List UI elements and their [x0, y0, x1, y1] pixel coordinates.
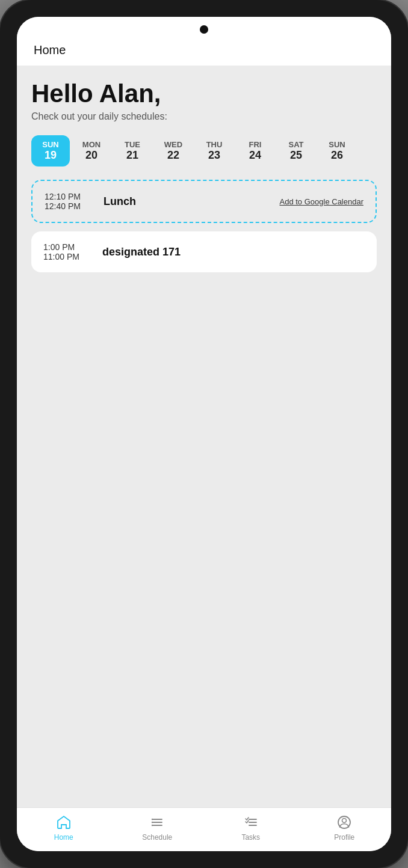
- phone-frame: Home Hello Alan, Check out your daily sc…: [0, 0, 408, 868]
- schedule-card-designated: 1:00 PM11:00 PMdesignated 171: [31, 231, 377, 272]
- day-item-thu-23[interactable]: THU23: [195, 135, 233, 167]
- content-area: Home Hello Alan, Check out your daily sc…: [17, 38, 391, 807]
- day-item-wed-22[interactable]: WED22: [154, 135, 193, 167]
- time-end: 12:40 PM: [45, 201, 93, 211]
- day-name: TUE: [125, 140, 140, 149]
- svg-point-10: [342, 819, 347, 823]
- day-item-sun-19[interactable]: SUN19: [31, 135, 70, 167]
- header: Home: [17, 38, 391, 66]
- day-number: 19: [45, 149, 57, 162]
- nav-item-profile[interactable]: Profile: [298, 814, 392, 842]
- time-end: 11:00 PM: [43, 252, 91, 261]
- schedule-card-lunch: 12:10 PM12:40 PMLunchAdd to Google Calen…: [31, 180, 377, 223]
- time-start: 1:00 PM: [43, 242, 91, 252]
- event-name: Lunch: [104, 195, 269, 208]
- day-number: 24: [249, 149, 261, 162]
- time-block: 12:10 PM12:40 PM: [45, 192, 93, 211]
- schedule-icon: [149, 814, 165, 831]
- main-content: Hello Alan, Check out your daily schedul…: [17, 66, 391, 807]
- camera-dot: [200, 25, 208, 34]
- event-name: designated 171: [102, 246, 365, 258]
- nav-item-schedule[interactable]: Schedule: [111, 814, 205, 842]
- day-name: MON: [82, 140, 100, 149]
- phone-screen: Home Hello Alan, Check out your daily sc…: [17, 17, 391, 851]
- day-number: 26: [331, 149, 343, 162]
- day-number: 25: [290, 149, 302, 162]
- day-item-fri-24[interactable]: FRI24: [236, 135, 274, 167]
- home-icon: [55, 814, 72, 831]
- day-item-tue-21[interactable]: TUE21: [113, 135, 152, 167]
- day-number: 23: [208, 149, 220, 162]
- add-to-google-calendar-link[interactable]: Add to Google Calendar: [280, 197, 363, 206]
- svg-point-5: [152, 825, 153, 826]
- day-number: 22: [167, 149, 179, 162]
- nav-item-tasks[interactable]: Tasks: [204, 814, 298, 842]
- greeting-text: Hello Alan,: [31, 80, 377, 108]
- schedule-container: 12:10 PM12:40 PMLunchAdd to Google Calen…: [31, 180, 377, 272]
- nav-label-schedule: Schedule: [142, 833, 172, 842]
- time-block: 1:00 PM11:00 PM: [43, 242, 91, 261]
- nav-label-profile: Profile: [334, 833, 354, 842]
- svg-point-3: [152, 819, 153, 820]
- tasks-icon: [243, 814, 259, 831]
- page-title: Home: [34, 43, 66, 57]
- day-item-sun-26[interactable]: SUN26: [318, 135, 356, 167]
- day-number: 20: [85, 149, 97, 162]
- profile-icon: [336, 814, 353, 831]
- camera-notch: [17, 17, 391, 38]
- day-name: SUN: [329, 140, 345, 149]
- day-name: FRI: [249, 140, 262, 149]
- day-name: SAT: [288, 140, 303, 149]
- day-item-mon-20[interactable]: MON20: [72, 135, 111, 167]
- nav-label-tasks: Tasks: [241, 833, 260, 842]
- week-selector: SUN19MON20TUE21WED22THU23FRI24SAT25SUN26: [31, 135, 377, 167]
- bottom-nav: Home Schedule: [17, 807, 391, 851]
- day-name: SUN: [42, 140, 58, 149]
- day-item-sat-25[interactable]: SAT25: [277, 135, 315, 167]
- greeting-subtitle: Check out your daily schedules:: [31, 111, 377, 122]
- day-number: 21: [126, 149, 138, 162]
- nav-label-home: Home: [54, 833, 73, 842]
- time-start: 12:10 PM: [45, 192, 93, 201]
- svg-point-4: [152, 822, 153, 823]
- nav-item-home[interactable]: Home: [17, 814, 111, 842]
- day-name: THU: [206, 140, 223, 149]
- day-name: WED: [164, 140, 182, 149]
